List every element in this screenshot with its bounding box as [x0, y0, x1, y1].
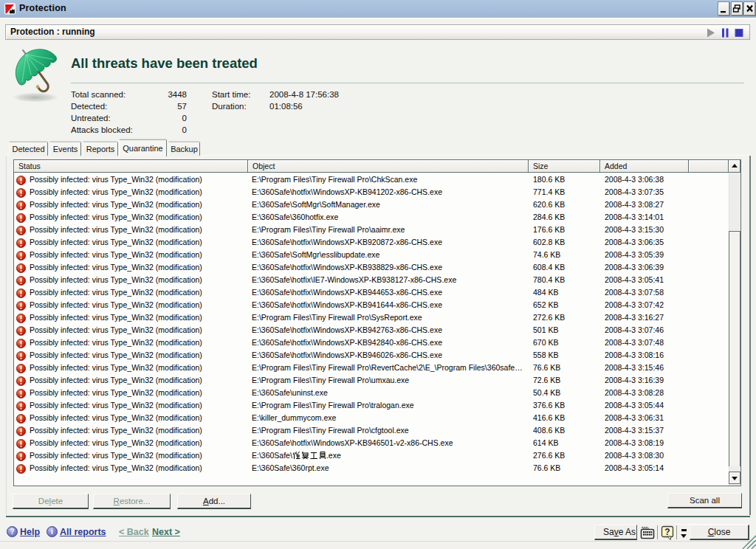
svg-text:?: ?: [664, 527, 670, 537]
